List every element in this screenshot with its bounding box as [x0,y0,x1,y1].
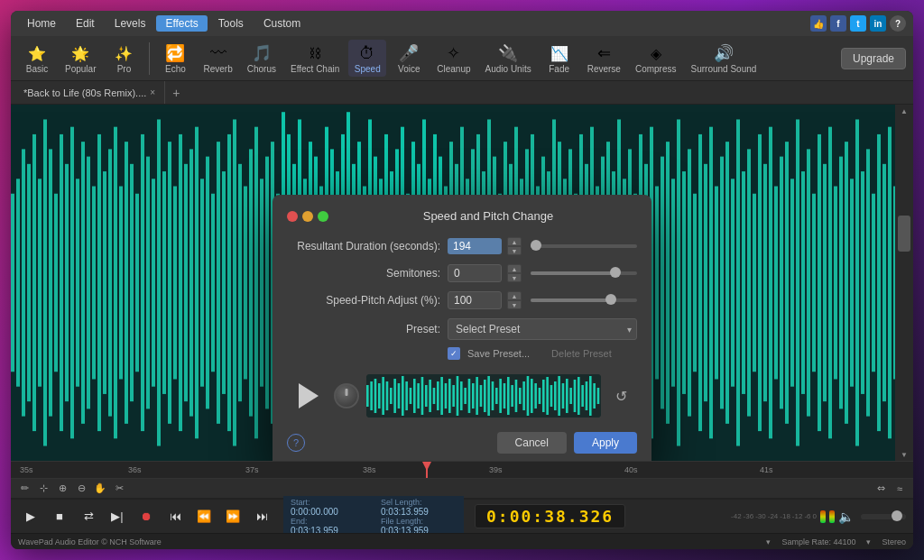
semitones-input[interactable] [448,264,502,282]
skip-start-button[interactable]: ⏮ [162,504,188,529]
semitones-slider-thumb[interactable] [610,267,621,278]
duration-slider-thumb[interactable] [531,240,541,251]
semitones-spin-up[interactable]: ▲ [507,264,522,273]
semitones-slider[interactable] [531,271,637,275]
basic-button[interactable]: ⭐ Basic [18,40,56,77]
svg-rect-136 [742,171,745,394]
help-button[interactable]: ? [287,434,305,452]
duration-input-wrap: ▲ ▼ [448,237,637,255]
svg-rect-39 [217,142,220,424]
speed-pitch-slider-thumb[interactable] [605,294,616,305]
menu-home[interactable]: Home [18,15,65,32]
cancel-button[interactable]: Cancel [497,432,567,454]
delete-preset-button[interactable]: Delete Preset [551,348,612,359]
stop-button[interactable]: ■ [47,504,72,529]
vertical-scrollbar[interactable]: ▲ ▼ [895,105,913,461]
duration-spin-up[interactable]: ▲ [507,237,522,246]
surround-sound-button[interactable]: 🔊 Surround Sound [686,40,762,77]
menu-tools[interactable]: Tools [209,15,253,32]
pencil-tool[interactable]: ✏ [16,481,32,497]
semitones-label: Semitones: [287,267,440,280]
hand-tool[interactable]: ✋ [92,481,108,497]
play-button[interactable]: ▶ [18,504,43,529]
reverb-button[interactable]: 〰 Reverb [198,40,237,77]
tab-main[interactable]: *Back to Life (80s Remix).... × [14,81,165,104]
fast-forward-button[interactable]: ⏩ [220,504,245,529]
facebook-icon[interactable]: f [830,15,846,32]
speed-pitch-slider[interactable] [531,298,637,302]
preset-select-wrap: Select Preset [448,318,637,340]
volume-slider[interactable] [861,514,906,519]
speed-pitch-input[interactable] [448,291,502,309]
svg-rect-133 [725,142,729,424]
svg-rect-191 [457,376,459,416]
preview-play-button[interactable] [291,378,327,414]
duration-slider[interactable] [531,244,637,248]
apply-button[interactable]: Apply [574,432,637,454]
chorus-button[interactable]: 🎵 Chorus [242,40,282,77]
effect-chain-button[interactable]: ⛓ Effect Chain [285,40,345,77]
menu-levels[interactable]: Levels [106,15,155,32]
semitones-spin-down[interactable]: ▼ [507,273,522,282]
dialog-titlebar: Speed and Pitch Change [287,209,637,223]
close-tab-icon[interactable]: × [150,87,155,97]
zoom-in-tool[interactable]: ⊕ [54,481,70,497]
volume-slider-thumb[interactable] [892,510,902,521]
fade-button[interactable]: 📉 Fade [541,40,578,77]
menu-custom[interactable]: Custom [254,15,310,32]
select-tool[interactable]: ⊹ [35,481,51,497]
thumbs-up-icon[interactable]: 👍 [810,15,827,32]
rewind-button[interactable]: ⏪ [191,504,217,529]
save-preset-checkbox[interactable]: ✓ [448,347,460,360]
add-tab-button[interactable]: + [165,86,187,100]
speed-pitch-spin-up[interactable]: ▲ [507,291,522,300]
upgrade-button[interactable]: Upgrade [841,48,906,69]
cleanup-icon: ✧ [441,42,467,64]
twitter-icon[interactable]: t [850,15,866,32]
speaker-icon[interactable]: 🔈 [838,510,854,524]
minimize-dot[interactable] [302,211,313,222]
svg-rect-173 [386,381,389,410]
edit-toolbar-right: ⇔ ≈ [873,481,908,497]
echo-button[interactable]: 🔁 Echo [156,40,194,77]
zoom-fit-tool[interactable]: ⇔ [873,481,889,497]
toolbar-sep-1 [149,42,150,75]
speed-pitch-spin-down[interactable]: ▼ [507,300,522,309]
scroll-up-arrow[interactable]: ▲ [898,105,910,117]
compress-button[interactable]: ◈ Compress [630,40,682,77]
duration-spin-down[interactable]: ▼ [507,246,522,255]
speed-button[interactable]: ⏱ Speed [348,40,386,77]
pro-button[interactable]: ✨ Pro [105,40,143,77]
reverb-icon: 〰 [206,42,231,64]
linkedin-icon[interactable]: in [870,15,886,32]
svg-rect-152 [828,127,832,439]
skip-end-button[interactable]: ⏭ [249,504,274,529]
waveform-view-tool[interactable]: ≈ [892,481,908,497]
svg-rect-177 [402,376,404,416]
reverse-button[interactable]: ⇐ Reverse [582,40,626,77]
scroll-down-arrow[interactable]: ▼ [898,448,910,461]
play-selection-button[interactable]: ▶| [105,504,130,529]
close-dot[interactable] [287,211,298,222]
svg-rect-218 [562,383,565,409]
cleanup-button[interactable]: ✧ Cleanup [431,40,476,77]
preset-select[interactable]: Select Preset [448,318,637,340]
svg-rect-199 [487,376,490,416]
zoom-out-tool[interactable]: ⊖ [73,481,89,497]
refresh-button[interactable]: ↺ [608,383,633,409]
loop-button[interactable]: ⇄ [76,504,101,529]
record-button[interactable]: ⏺ [134,504,159,529]
save-preset-label[interactable]: Save Preset... [467,348,530,359]
popular-button[interactable]: 🌟 Popular [60,40,101,77]
duration-input[interactable] [448,238,502,254]
help-circle-icon[interactable]: ? [890,15,906,32]
maximize-dot[interactable] [318,211,328,222]
menu-effects[interactable]: Effects [156,15,207,32]
voice-button[interactable]: 🎤 Voice [390,40,428,77]
menu-edit[interactable]: Edit [67,15,104,32]
svg-rect-220 [569,388,572,404]
audio-units-button[interactable]: 🔌 Audio Units [480,40,537,77]
scissors-tool[interactable]: ✂ [111,481,127,497]
scrollbar-thumb[interactable] [898,216,910,252]
volume-knob[interactable] [334,383,359,409]
